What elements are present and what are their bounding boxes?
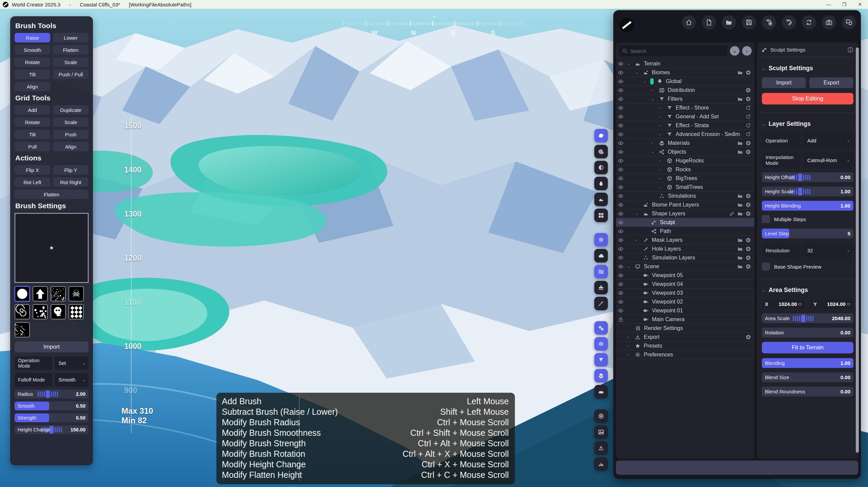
water-drop-tool-button[interactable]: [594, 177, 608, 190]
plus-icon[interactable]: [746, 193, 751, 199]
tree-row-simulations[interactable]: Simulations: [616, 192, 754, 200]
chevron-right-icon[interactable]: ›: [627, 353, 629, 357]
action-flatten-button[interactable]: Flatten: [15, 190, 89, 199]
record-tool-button[interactable]: [594, 409, 608, 423]
chevron-down-icon[interactable]: ⌄: [635, 70, 638, 75]
brush-tool-rotate-button[interactable]: Rotate: [15, 57, 50, 67]
brush-tool-align-button[interactable]: Align: [15, 82, 50, 91]
visibility-eye-icon[interactable]: [618, 193, 623, 199]
brush-tool-scale-button[interactable]: Scale: [53, 57, 89, 67]
export-button[interactable]: Export: [809, 77, 853, 88]
tree-row-preferences[interactable]: ›Preferences: [616, 350, 754, 359]
tree-row-shape-layers[interactable]: ⌄Shape Layers: [616, 209, 754, 218]
tree-row-materials[interactable]: ›Materials: [616, 139, 754, 148]
operation-mode-dropdown[interactable]: Set⌄: [55, 356, 89, 370]
tree-row-objects[interactable]: ⌄Objects: [616, 148, 754, 156]
minimize-button[interactable]: —: [826, 2, 831, 7]
visibility-eye-icon[interactable]: [618, 211, 623, 216]
chevron-right-icon[interactable]: ›: [659, 176, 660, 180]
chevron-right-icon[interactable]: ›: [659, 185, 660, 189]
tree-row-mask-layers[interactable]: ›Mask Layers: [616, 236, 754, 245]
cloud-tool-button[interactable]: [594, 249, 608, 262]
tree-row-distribution[interactable]: ›Distribution: [616, 86, 754, 95]
visibility-eye-icon[interactable]: [618, 132, 623, 137]
resolution-dropdown[interactable]: 32⌄: [803, 243, 853, 258]
tree-row-viewpoint-04[interactable]: Viewpoint 04: [616, 280, 754, 289]
home-button[interactable]: [682, 15, 696, 30]
chevron-down-icon[interactable]: ⌄: [627, 264, 630, 269]
plus-icon[interactable]: [746, 264, 751, 269]
tree-row-viewpoint-03[interactable]: Viewpoint 03: [616, 289, 754, 297]
falloff-mode-dropdown[interactable]: Smooth⌄: [55, 373, 89, 387]
save-incremental-button[interactable]: [762, 15, 776, 30]
visibility-eye-icon[interactable]: [618, 114, 623, 119]
tree-row-biome-paint-layers[interactable]: Biome Paint Layers: [616, 200, 754, 209]
grid-tool-duplicate-button[interactable]: Duplicate: [53, 105, 89, 115]
chevron-right-icon[interactable]: ›: [659, 123, 660, 128]
strength-slider[interactable]: Strength 0.50: [15, 413, 89, 422]
visibility-eye-icon[interactable]: [618, 281, 623, 287]
blend-size-slider[interactable]: Blend Size 0.00: [762, 372, 853, 382]
brush-tool-lower-button[interactable]: Lower: [53, 33, 89, 42]
grid-tool-button[interactable]: [594, 209, 608, 222]
chevron-down-icon[interactable]: ⌄: [627, 61, 630, 66]
spiral-brush[interactable]: [15, 304, 30, 319]
visibility-eye-icon[interactable]: [618, 299, 623, 305]
smooth-slider[interactable]: Smooth 0.50: [15, 402, 89, 410]
help-button[interactable]: [842, 15, 856, 30]
tree-row-sculpt[interactable]: Sculpt: [616, 218, 754, 227]
plus-icon[interactable]: [746, 149, 751, 155]
height-scale-slider[interactable]: Height Scale 1.00: [762, 187, 853, 196]
visibility-eye-icon[interactable]: [618, 237, 623, 243]
mountain-tool-button[interactable]: [594, 193, 608, 206]
tree-row-presets[interactable]: ›Presets: [616, 342, 754, 350]
chart-tool-button[interactable]: [594, 457, 608, 471]
globe-mask-tool-button[interactable]: [594, 161, 608, 174]
open-folder-button[interactable]: [722, 15, 736, 30]
sync-button[interactable]: [802, 15, 816, 30]
stamp-tool-button[interactable]: [594, 281, 608, 294]
visibility-eye-icon[interactable]: [618, 255, 623, 260]
dots-brush[interactable]: [33, 304, 48, 319]
funnel-tool-button[interactable]: [594, 353, 608, 367]
grid-tool-add-button[interactable]: Add: [15, 105, 50, 115]
collapse-all-button[interactable]: ⌄: [730, 46, 739, 56]
stop-editing-button[interactable]: Stop Editing: [762, 93, 853, 104]
tree-row-viewpoint-05[interactable]: Viewpoint 05: [616, 271, 754, 280]
grid-tool-tilt-button[interactable]: Tilt: [15, 130, 50, 139]
image-tool-button[interactable]: [594, 425, 608, 439]
tree-row-advanced-erosion-sedim[interactable]: ›Advanced Erosion - Sedim: [616, 130, 754, 139]
action-rot-right-button[interactable]: Rot Right: [53, 177, 89, 187]
plus-icon[interactable]: [746, 334, 751, 340]
tree-row-path[interactable]: Path: [616, 227, 754, 236]
tree-row-filters[interactable]: ⌄Filters: [616, 95, 754, 103]
chevron-right-icon[interactable]: ›: [627, 344, 629, 348]
visibility-eye-icon[interactable]: [618, 96, 623, 102]
visibility-eye-icon[interactable]: [618, 273, 623, 278]
refresh-icon[interactable]: [746, 105, 751, 111]
fit-to-terrain-button[interactable]: Fit to Terrain: [762, 342, 853, 353]
visibility-eye-icon[interactable]: [618, 149, 623, 155]
visibility-eye-icon[interactable]: [618, 229, 623, 234]
chevron-right-icon[interactable]: ›: [651, 141, 653, 145]
folder-icon[interactable]: [737, 211, 743, 216]
car-tool-button[interactable]: [594, 385, 608, 398]
blending-slider[interactable]: Blending 1.00: [762, 358, 853, 368]
plus-icon[interactable]: [746, 202, 751, 208]
visibility-eye-icon[interactable]: [618, 176, 623, 181]
layers-tool-button[interactable]: [594, 369, 608, 383]
skull-crossbones-brush[interactable]: ☠: [69, 286, 84, 301]
plus-icon[interactable]: [746, 96, 751, 102]
tree-row-biomes[interactable]: ⌄Biomes: [616, 68, 754, 77]
tree-row-render-settings[interactable]: Render Settings: [616, 324, 754, 333]
folder-icon[interactable]: [737, 237, 743, 243]
section-area-settings[interactable]: ⌄ Area Settings: [762, 287, 853, 294]
tree-row-effect-shore[interactable]: ›Effect - Shore: [616, 103, 754, 112]
folder-icon[interactable]: [737, 264, 743, 269]
chevron-right-icon[interactable]: ›: [627, 335, 629, 339]
plus-icon[interactable]: [746, 255, 751, 260]
tree-row-rocks[interactable]: ›Rocks: [616, 165, 754, 174]
blend-roundness-slider[interactable]: Blend Roundness 0.00: [762, 387, 853, 396]
height-offset-slider[interactable]: Height Offset 0.00: [762, 172, 853, 182]
interpolation-mode-dropdown[interactable]: Catmull-Rom⌄: [803, 153, 853, 168]
